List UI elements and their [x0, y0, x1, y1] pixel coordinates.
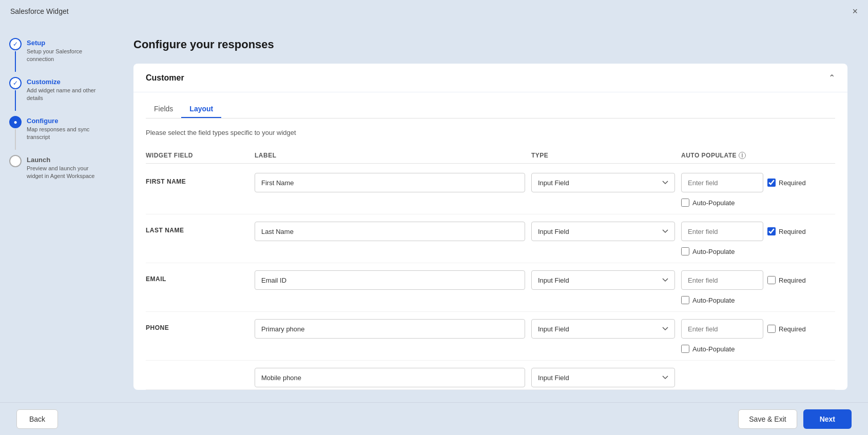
content-area: Configure your responses Customer ⌃ Fiel…: [113, 23, 868, 402]
field-label-wrap-firstname: [255, 173, 525, 192]
sidebar-step-customize: ✓ Customize Add widget name and other de…: [10, 77, 103, 112]
col-type: Type: [531, 152, 675, 159]
field-row-lastname: LAST NAME Input Field Dropdown Checkbox …: [146, 214, 835, 263]
enter-field-input-lastname[interactable]: [681, 222, 763, 241]
required-checkbox-firstname[interactable]: [767, 179, 776, 187]
step-title-setup: Setup: [27, 39, 103, 47]
app-title: Salesforce Widget: [10, 7, 69, 15]
next-button[interactable]: Next: [803, 409, 852, 429]
collapse-button[interactable]: ⌃: [828, 73, 835, 83]
auto-populate-cell-phone: Required Auto-Populate: [681, 319, 835, 353]
auto-populate-cell-firstname: Required Auto-Populate: [681, 173, 835, 207]
auto-populate-cell-lastname: Required Auto-Populate: [681, 222, 835, 255]
col-label: Label: [255, 152, 525, 159]
field-row-phone: PHONE Input Field Dropdown Checkbox Date: [146, 312, 835, 361]
enter-field-input-firstname[interactable]: [681, 173, 763, 192]
field-name-lastname: LAST NAME: [146, 222, 248, 234]
auto-populate-checkbox-firstname[interactable]: [681, 199, 689, 207]
field-name-firstname: FIRST NAME: [146, 173, 248, 185]
col-auto-populate: Auto Populate i: [681, 152, 835, 159]
sidebar-step-setup: ✓ Setup Setup your Salesforce connection: [10, 38, 103, 73]
auto-populate-label-email: Auto-Populate: [692, 296, 735, 304]
step-circle-configure: ●: [9, 116, 22, 128]
tab-layout[interactable]: Layout: [181, 101, 221, 118]
field-label-input-firstname[interactable]: [255, 173, 525, 192]
auto-populate-checkbox-phone[interactable]: [681, 345, 689, 353]
field-label-wrap-extra: [255, 368, 525, 387]
auto-populate-info-icon[interactable]: i: [739, 152, 746, 159]
close-button[interactable]: ×: [852, 7, 858, 16]
field-label-input-email[interactable]: [255, 270, 525, 290]
field-type-select-email[interactable]: Input Field Dropdown Checkbox Date: [531, 270, 675, 290]
save-exit-button[interactable]: Save & Exit: [738, 409, 797, 429]
step-line-3: [15, 129, 16, 150]
field-label-wrap-lastname: [255, 222, 525, 241]
field-name-extra: [146, 368, 248, 373]
field-type-wrap-email: Input Field Dropdown Checkbox Date: [531, 270, 675, 290]
field-label-wrap-phone: [255, 319, 525, 339]
required-checkbox-lastname[interactable]: [767, 227, 776, 235]
required-checkbox-phone[interactable]: [767, 325, 776, 333]
sidebar-step-launch: Launch Preview and launch your widget in…: [10, 155, 103, 181]
step-title-customize: Customize: [27, 78, 103, 86]
footer-right: Save & Exit Next: [738, 409, 852, 429]
auto-populate-check-row-firstname: Auto-Populate: [681, 199, 835, 207]
footer: Back Save & Exit Next: [0, 402, 868, 435]
step-circle-customize: ✓: [9, 77, 22, 89]
sidebar: ✓ Setup Setup your Salesforce connection…: [0, 23, 113, 402]
auto-populate-check-row-phone: Auto-Populate: [681, 345, 835, 353]
enter-field-row-firstname: Required: [681, 173, 835, 192]
required-row-phone: Required: [767, 325, 806, 333]
step-desc-launch: Preview and launch your widget in Agent …: [27, 165, 103, 181]
step-desc-configure: Map responses and sync transcript: [27, 126, 103, 142]
enter-field-row-lastname: Required: [681, 222, 835, 241]
auto-populate-checkbox-lastname[interactable]: [681, 247, 689, 255]
tab-fields[interactable]: Fields: [146, 101, 181, 118]
required-label-email: Required: [779, 276, 806, 284]
step-circle-launch: [9, 155, 22, 167]
step-circle-setup: ✓: [9, 38, 22, 50]
tabs-container: Fields Layout: [146, 92, 835, 118]
field-row-firstname: FIRST NAME Input Field Dropdown Checkbox…: [146, 166, 835, 214]
enter-field-input-phone[interactable]: [681, 319, 763, 339]
step-title-launch: Launch: [27, 156, 103, 164]
card-header: Customer ⌃: [133, 64, 847, 92]
field-type-wrap-firstname: Input Field Dropdown Checkbox Date: [531, 173, 675, 192]
field-label-input-lastname[interactable]: [255, 222, 525, 241]
field-type-wrap-extra: Input Field: [531, 368, 675, 387]
step-line-1: [15, 51, 16, 72]
field-name-email: EMAIL: [146, 270, 248, 283]
field-label-input-extra[interactable]: [255, 368, 525, 387]
table-header: Widget field Label Type Auto Populate i: [146, 147, 835, 164]
auto-populate-cell-email: Required Auto-Populate: [681, 270, 835, 304]
required-checkbox-email[interactable]: [767, 276, 776, 284]
step-title-configure: Configure: [27, 117, 103, 125]
customer-card: Customer ⌃ Fields Layout Please select t…: [133, 64, 847, 390]
field-type-select-extra[interactable]: Input Field: [531, 368, 675, 387]
required-label-phone: Required: [779, 325, 806, 333]
fields-table: Widget field Label Type Auto Populate i …: [146, 147, 835, 390]
field-name-phone: PHONE: [146, 319, 248, 331]
auto-populate-checkbox-email[interactable]: [681, 296, 689, 304]
required-label-lastname: Required: [779, 228, 806, 235]
enter-field-row-phone: Required: [681, 319, 835, 339]
auto-populate-check-row-email: Auto-Populate: [681, 296, 835, 304]
field-label-input-phone[interactable]: [255, 319, 525, 339]
back-button[interactable]: Back: [16, 409, 58, 429]
field-type-select-phone[interactable]: Input Field Dropdown Checkbox Date: [531, 319, 675, 339]
field-type-select-firstname[interactable]: Input Field Dropdown Checkbox Date: [531, 173, 675, 192]
required-row-firstname: Required: [767, 179, 806, 187]
instruction-text: Please select the field types specific t…: [146, 129, 835, 136]
auto-populate-label-firstname: Auto-Populate: [692, 199, 735, 207]
step-desc-customize: Add widget name and other details: [27, 87, 103, 103]
auto-populate-label-phone: Auto-Populate: [692, 345, 735, 353]
field-label-wrap-email: [255, 270, 525, 290]
field-type-select-lastname[interactable]: Input Field Dropdown Checkbox Date: [531, 222, 675, 241]
card-body: Fields Layout Please select the field ty…: [133, 92, 847, 390]
enter-field-input-email[interactable]: [681, 270, 763, 290]
page-title: Configure your responses: [133, 38, 847, 51]
step-line-2: [15, 90, 16, 111]
field-type-wrap-lastname: Input Field Dropdown Checkbox Date: [531, 222, 675, 241]
auto-populate-label-lastname: Auto-Populate: [692, 248, 735, 255]
required-row-email: Required: [767, 276, 806, 284]
